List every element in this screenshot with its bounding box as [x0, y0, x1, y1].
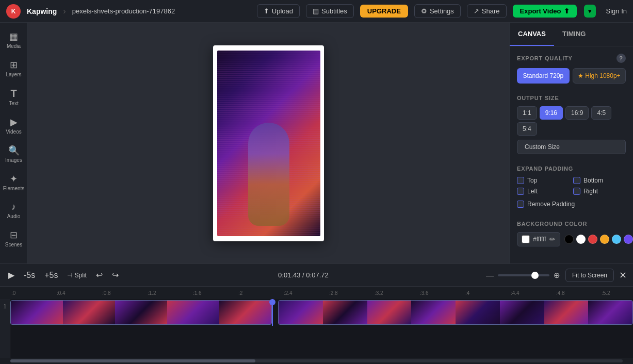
ruler-1: :0.4 [56, 290, 101, 296]
zoom-thumb[interactable] [531, 272, 539, 279]
remove-padding-checkbox[interactable] [517, 201, 524, 208]
ruler-9: :3.6 [419, 290, 464, 296]
scrollbar-area [0, 358, 633, 364]
share-icon: ↗ [474, 7, 479, 15]
video-frame [217, 51, 320, 236]
sidebar-item-images[interactable]: 🔍 Images [2, 141, 26, 167]
upgrade-button[interactable]: UPGRADE [360, 5, 408, 18]
hex-value: #ffffff [533, 236, 546, 243]
text-icon: T [10, 88, 17, 100]
fit-screen-button[interactable]: Fit to Screen [565, 269, 614, 282]
sidebar-item-videos[interactable]: ▶ Videos [2, 112, 26, 139]
sidebar-item-audio[interactable]: ♪ Audio [2, 197, 26, 223]
playhead[interactable] [272, 299, 273, 326]
size-btn-9-16[interactable]: 9:16 [540, 106, 563, 120]
sidebar-item-scenes[interactable]: ⊟ Scenes [2, 225, 26, 252]
zoom-slider[interactable] [498, 274, 549, 276]
elements-icon: ✦ [10, 173, 18, 185]
ruler-12: :4.8 [555, 290, 600, 296]
scrollbar-thumb[interactable] [10, 359, 255, 362]
media-icon: ▦ [9, 31, 18, 42]
ruler-11: :4.4 [510, 290, 555, 296]
main-layout: ▦ Media ⊞ Layers T Text ▶ Videos 🔍 Image… [0, 23, 633, 263]
video-preview [213, 45, 324, 241]
remove-padding-option[interactable]: Remove Padding [517, 199, 626, 209]
layers-icon: ⊞ [10, 59, 18, 71]
subtitles-button[interactable]: ▤ Subtitles [306, 4, 354, 18]
videos-icon: ▶ [10, 117, 18, 128]
redo-button[interactable]: ↪ [110, 268, 121, 282]
ruler-5: :2 [237, 290, 283, 296]
skip-fwd-button[interactable]: +5s [42, 269, 60, 282]
sidebar: ▦ Media ⊞ Layers T Text ▶ Videos 🔍 Image… [0, 23, 28, 263]
share-button[interactable]: ↗ Share [467, 4, 507, 18]
expand-padding-section: EXPAND PADDING Top Bottom Left Right [510, 158, 633, 213]
sidebar-label-layers: Layers [6, 72, 21, 77]
split-button[interactable]: ⊣ Split [65, 270, 88, 281]
signin-button[interactable]: Sign In [606, 7, 627, 15]
swatch-red[interactable] [588, 235, 597, 244]
zoom-out-button[interactable]: — [486, 271, 494, 279]
tracks-content [10, 299, 633, 358]
timeline-tracks: 1 [0, 299, 633, 358]
subtitles-icon: ▤ [313, 7, 319, 15]
padding-right-option[interactable]: Right [573, 188, 626, 195]
swatch-yellow[interactable] [600, 235, 609, 244]
undo-button[interactable]: ↩ [94, 268, 105, 282]
track-row-1 [10, 299, 633, 326]
sidebar-item-elements[interactable]: ✦ Elements [2, 169, 26, 195]
padding-top-option[interactable]: Top [517, 177, 570, 184]
quality-standard-button[interactable]: Standard 720p [517, 68, 570, 84]
padding-left-checkbox[interactable] [517, 188, 524, 195]
brand-name: Kapwing [27, 7, 57, 15]
scrollbar-track[interactable] [10, 359, 623, 362]
bg-color-input[interactable]: #ffffff ✏ [517, 232, 560, 246]
tab-canvas[interactable]: CANVAS [510, 23, 554, 46]
track-label-1: 1 [0, 299, 10, 358]
sidebar-item-layers[interactable]: ⊞ Layers [2, 55, 26, 81]
padding-bottom-option[interactable]: Bottom [573, 177, 626, 184]
breadcrumb-sep: › [63, 7, 66, 16]
timeline-ruler: :0 :0.4 :0.8 :1.2 :1.6 :2 :2.4 :2.8 :3.2… [0, 287, 633, 299]
padding-top-checkbox[interactable] [517, 177, 524, 184]
padding-left-option[interactable]: Left [517, 188, 570, 195]
split-icon: ⊣ [67, 272, 72, 279]
info-icon[interactable]: ? [616, 54, 626, 63]
swatch-black[interactable] [564, 235, 574, 244]
swatch-blue[interactable] [612, 235, 621, 244]
color-preview [522, 235, 530, 243]
sidebar-item-text[interactable]: T Text [2, 84, 26, 110]
upload-button[interactable]: ⬆ Upload [257, 4, 300, 18]
size-btn-1-1[interactable]: 1:1 [517, 106, 537, 120]
size-btn-5-4[interactable]: 5:4 [517, 122, 537, 136]
ruler-0: :0 [10, 290, 56, 296]
padding-right-checkbox[interactable] [573, 188, 580, 195]
close-timeline-button[interactable]: ✕ [619, 270, 627, 281]
tab-timing[interactable]: TIMING [554, 23, 594, 46]
quality-high-button[interactable]: ★ High 1080p+ [573, 68, 626, 84]
sidebar-label-audio: Audio [7, 213, 21, 219]
size-btn-4-5[interactable]: 4:5 [591, 106, 611, 120]
project-filename: pexels-shvets-production-7197862 [72, 7, 175, 15]
settings-button[interactable]: ⚙ Settings [414, 4, 461, 18]
total-time: 0:07.72 [306, 271, 328, 279]
playhead-handle[interactable] [269, 299, 275, 305]
export-button[interactable]: Export Video ⬆ [513, 5, 577, 18]
swatch-white[interactable] [576, 235, 586, 244]
play-button[interactable]: ▶ [6, 268, 17, 282]
eyedropper-button[interactable]: ✏ [549, 235, 556, 243]
skip-back-button[interactable]: -5s [22, 269, 37, 282]
clip-left[interactable] [10, 300, 272, 325]
output-size-section: OUTPUT SIZE 1:1 9:16 16:9 4:5 5:4 Custom… [510, 88, 633, 158]
export-dropdown-button[interactable]: ▾ [584, 5, 596, 18]
custom-size-button[interactable]: Custom Size [517, 140, 626, 154]
clip-right[interactable] [278, 300, 633, 325]
padding-bottom-checkbox[interactable] [573, 177, 580, 184]
canvas-area [28, 23, 509, 263]
size-btn-16-9[interactable]: 16:9 [565, 106, 589, 120]
sidebar-item-media[interactable]: ▦ Media [2, 27, 26, 53]
sidebar-label-videos: Videos [6, 129, 21, 135]
zoom-in-button[interactable]: ⊕ [554, 271, 560, 280]
clip-thumbnails-right [279, 301, 632, 324]
swatch-purple[interactable] [624, 235, 633, 244]
